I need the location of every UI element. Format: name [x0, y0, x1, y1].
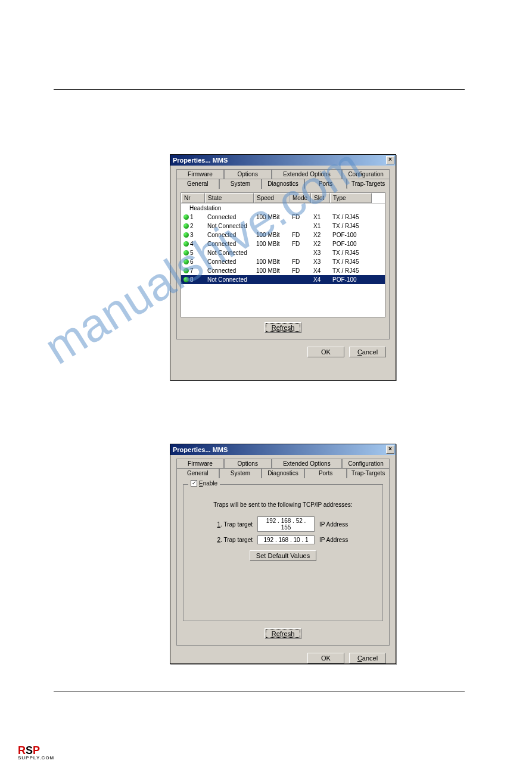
status-dot-icon	[183, 250, 189, 255]
trap2-label: 2. Trap target	[211, 537, 253, 543]
titlebar[interactable]: Properties... MMS ×	[170, 155, 396, 166]
window-title: Properties... MMS	[173, 446, 386, 453]
close-icon[interactable]: ×	[386, 445, 394, 454]
tab-firmware[interactable]: Firmware	[176, 169, 224, 179]
properties-dialog-ports: Properties... MMS × Firmware Options Ext…	[170, 154, 396, 381]
tabs: Firmware Options Extended Options Config…	[176, 459, 390, 478]
tab-body-ports: Nr State Speed Mode Slot Type Headstatio…	[176, 188, 390, 339]
tab-diagnostics[interactable]: Diagnostics	[262, 179, 304, 189]
status-dot-icon	[183, 241, 189, 247]
titlebar[interactable]: Properties... MMS ×	[170, 444, 396, 455]
list-header: Nr State Speed Mode Slot Type	[181, 193, 385, 204]
group-header-row: Headstation	[181, 204, 385, 213]
tab-general[interactable]: General	[176, 179, 219, 189]
table-row[interactable]: 8Not ConnectedX4POF-100	[181, 275, 385, 284]
divider-bottom	[54, 691, 465, 691]
status-dot-icon	[183, 223, 189, 229]
rsp-logo: RSP SUPPLY.COM	[18, 744, 54, 761]
status-dot-icon	[183, 277, 189, 282]
enable-label: Enable	[199, 480, 217, 487]
trap1-label: 1. Trap target	[211, 521, 253, 528]
tab-configuration[interactable]: Configuration	[342, 169, 390, 179]
trap2-input[interactable]: 192 . 168 . 10 . 1	[257, 535, 315, 544]
ok-button[interactable]: OK	[307, 653, 344, 663]
table-row[interactable]: 7Connected100 MBitFDX4TX / RJ45	[181, 266, 385, 275]
tab-system[interactable]: System	[219, 468, 262, 478]
col-type[interactable]: Type	[330, 193, 372, 203]
properties-dialog-trap-targets: Properties... MMS × Firmware Options Ext…	[170, 444, 396, 664]
table-row[interactable]: 3Connected100 MBitFDX2POF-100	[181, 230, 385, 239]
window-title: Properties... MMS	[173, 157, 386, 164]
tab-general[interactable]: General	[176, 468, 219, 478]
cancel-button[interactable]: Cancel	[349, 653, 386, 663]
col-nr[interactable]: Nr	[181, 193, 205, 203]
set-default-button[interactable]: Set Default Values	[250, 550, 316, 561]
table-row[interactable]: 1Connected100 MBitFDX1TX / RJ45	[181, 213, 385, 222]
tab-options[interactable]: Options	[224, 169, 272, 179]
tab-diagnostics[interactable]: Diagnostics	[262, 468, 304, 478]
col-state[interactable]: State	[205, 193, 254, 203]
divider-top	[54, 89, 465, 90]
col-speed[interactable]: Speed	[254, 193, 290, 203]
refresh-button[interactable]: Refresh	[265, 322, 301, 333]
tab-configuration[interactable]: Configuration	[342, 459, 390, 468]
ip-label-1: IP Address	[319, 521, 355, 528]
table-row[interactable]: 2Not ConnectedX1TX / RJ45	[181, 222, 385, 230]
ports-list[interactable]: Nr State Speed Mode Slot Type Headstatio…	[181, 192, 385, 317]
tab-extended-options[interactable]: Extended Options	[272, 459, 343, 468]
status-dot-icon	[183, 259, 189, 264]
tab-trap-targets[interactable]: Trap-Targets	[347, 179, 390, 189]
refresh-button[interactable]: Refresh	[265, 628, 301, 639]
status-dot-icon	[183, 232, 189, 238]
tab-ports[interactable]: Ports	[304, 468, 347, 478]
tab-extended-options[interactable]: Extended Options	[272, 169, 343, 179]
traps-intro: Traps will be sent to the following TCP/…	[191, 501, 375, 508]
ok-button[interactable]: OK	[307, 347, 344, 357]
tab-options[interactable]: Options	[224, 459, 272, 468]
status-dot-icon	[183, 268, 189, 273]
ip-label-2: IP Address	[319, 537, 355, 543]
tab-ports[interactable]: Ports	[304, 179, 347, 189]
tab-firmware[interactable]: Firmware	[176, 459, 224, 468]
enable-legend: ✓ Enable	[188, 480, 220, 487]
enable-group: ✓ Enable Traps will be sent to the follo…	[183, 484, 383, 621]
close-icon[interactable]: ×	[386, 156, 394, 164]
col-slot[interactable]: Slot	[311, 193, 330, 203]
table-row[interactable]: 4Connected100 MBitFDX2POF-100	[181, 239, 385, 248]
trap1-input[interactable]: 192 . 168 . 52 . 155	[257, 516, 315, 532]
cancel-button[interactable]: Cancel	[349, 347, 386, 357]
table-row[interactable]: 6Connected100 MBitFDX3TX / RJ45	[181, 257, 385, 266]
table-row[interactable]: 5Not ConnectedX3TX / RJ45	[181, 248, 385, 257]
tab-trap-targets[interactable]: Trap-Targets	[347, 468, 390, 478]
tab-body-trap-targets: ✓ Enable Traps will be sent to the follo…	[176, 478, 390, 646]
enable-checkbox[interactable]: ✓	[191, 480, 197, 487]
tab-system[interactable]: System	[219, 179, 262, 189]
group-header-label: Headstation	[181, 204, 223, 212]
col-mode[interactable]: Mode	[290, 193, 311, 203]
tabs: Firmware Options Extended Options Config…	[176, 169, 390, 189]
status-dot-icon	[183, 214, 189, 220]
